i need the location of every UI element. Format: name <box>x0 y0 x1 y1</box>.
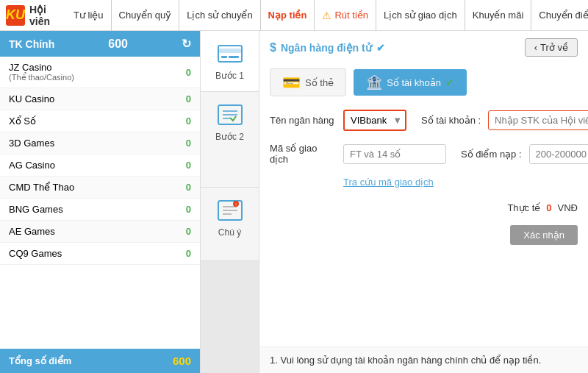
bank-building-icon: 🏦 <box>366 74 382 90</box>
account-number-label: Số tài khoản : <box>421 115 481 126</box>
svg-rect-3 <box>229 56 239 58</box>
tab-so-tai-khoan[interactable]: 🏦 Số tài khoản ✔ <box>354 69 467 96</box>
refresh-icon[interactable]: ↻ <box>182 37 191 51</box>
sidebar-row-label: AG Casino <box>9 160 55 171</box>
points-input[interactable] <box>529 144 588 164</box>
lookup-link[interactable]: Tra cứu mã giao dịch <box>343 177 434 188</box>
svg-rect-0 <box>218 46 242 62</box>
thuc-te-value: 0 <box>546 202 551 213</box>
sidebar-row-value: 0 <box>186 67 191 78</box>
main-layout: TK Chính 600 ↻ JZ Casino (Thể thao/Casin… <box>0 31 588 373</box>
sidebar-row-label: 3D Games <box>9 138 54 149</box>
bank-label-text: Ngân hàng điện tử <box>281 42 372 54</box>
header: KU Hội viên Tư liệu Chuyển quỹ Lịch sử c… <box>0 0 588 31</box>
card-icon: 💳 <box>282 74 301 91</box>
sidebar-row-sublabel: (Thể thao/Casino) <box>9 73 74 82</box>
tab-so-tai-khoan-label: Số tài khoản <box>387 77 441 88</box>
chevron-left-icon: ‹ <box>534 42 537 53</box>
logo-icon: KU <box>6 5 25 26</box>
top-bar: $ Ngân hàng điện tử ✔ ‹ Trở về <box>270 38 578 57</box>
nav-item-tu-lieu[interactable]: Tư liệu <box>66 0 112 31</box>
sidebar-row-ag: AG Casino 0 <box>0 154 200 177</box>
bank-name-row: Tên ngân hàng VIBbank ▼ Số tài khoản : <box>270 110 578 131</box>
sidebar-row-3d: 3D Games 0 <box>0 132 200 154</box>
sidebar-row-value: 0 <box>186 93 191 104</box>
account-number-input[interactable] <box>488 110 588 130</box>
svg-rect-1 <box>218 49 242 53</box>
tab-so-the-label: Số thẻ <box>305 77 334 88</box>
sidebar-row-value: 0 <box>186 116 191 127</box>
logo-text: Hội viên <box>29 4 57 27</box>
bank-select-wrap: VIBbank ▼ <box>343 110 406 131</box>
sidebar-row-label: KU Casino <box>9 93 54 104</box>
note-section: 1. Vui lòng sử dụng tài khoản ngân hàng … <box>259 347 588 373</box>
step3-icon: ! <box>215 198 245 223</box>
transaction-input[interactable] <box>343 144 446 164</box>
nav-item-chuyen-quy[interactable]: Chuyển quỹ <box>112 0 180 31</box>
check-icon: ✔ <box>376 42 385 54</box>
back-btn-label: Trở về <box>540 42 568 53</box>
nav-item-lich-su-giao-dich[interactable]: Lịch sử giao dịch <box>376 0 465 31</box>
sidebar-row-value: 0 <box>186 204 191 215</box>
thuc-te-row: Thực tế 0 VNĐ <box>270 202 578 213</box>
note-text: 1. Vui lòng sử dụng tài khoản ngân hàng … <box>270 355 541 366</box>
sidebar-row-label: CMD Thể Thao <box>9 182 74 193</box>
thuc-te-label: Thực tế <box>507 202 540 213</box>
step-3: ! Chú ý <box>201 188 259 261</box>
nav-item-lich-su-chuyen[interactable]: Lịch sử chuyển <box>179 0 260 31</box>
sidebar-row-label: JZ Casino <box>9 62 74 73</box>
content-area: Bước 1 Bước 2 <box>201 31 588 373</box>
step-1: Bước 1 <box>201 31 259 92</box>
dollar-icon: $ <box>270 41 276 54</box>
sidebar-footer-label: Tổng số điểm <box>9 355 71 366</box>
tab-row: 💳 Số thẻ 🏦 Số tài khoản ✔ <box>270 68 578 96</box>
transaction-row: Mã số giao dịch Số điểm nạp : <box>270 143 578 165</box>
step2-label: Bước 2 <box>215 132 244 142</box>
sidebar-header: TK Chính 600 ↻ <box>0 31 200 57</box>
sidebar-row-value: 0 <box>186 182 191 193</box>
warning-icon: ⚠ <box>322 10 331 21</box>
sidebar-footer: Tổng số điểm 600 <box>0 349 200 373</box>
bank-label: $ Ngân hàng điện tử ✔ <box>270 41 385 54</box>
nav-item-nap-tien[interactable]: Nạp tiền <box>261 0 315 31</box>
sidebar-row-label: CQ9 Games <box>9 248 62 259</box>
sidebar-row-ku: KU Casino 0 <box>0 88 200 110</box>
svg-rect-2 <box>221 56 227 58</box>
lookup-row: Tra cứu mã giao dịch <box>343 177 578 188</box>
step2-icon <box>215 102 245 127</box>
sidebar-row-value: 0 <box>186 138 191 149</box>
confirm-button[interactable]: Xác nhận <box>510 225 578 245</box>
logo-area: KU Hội viên <box>6 4 57 27</box>
sidebar: TK Chính 600 ↻ JZ Casino (Thể thao/Casin… <box>0 31 201 373</box>
bank-name-label: Tên ngân hàng <box>270 115 336 126</box>
form-area: $ Ngân hàng điện tử ✔ ‹ Trở về 💳 Số thẻ <box>259 31 588 347</box>
confirm-row: Xác nhận <box>270 225 578 245</box>
sidebar-row-xoso: Xổ Số 0 <box>0 110 200 132</box>
steps-column: Bước 1 Bước 2 <box>201 31 259 373</box>
tab-so-the[interactable]: 💳 Số thẻ <box>270 68 346 96</box>
sidebar-row-ae: AE Games 0 <box>0 221 200 243</box>
step-2: Bước 2 <box>201 92 259 188</box>
sidebar-row-label: Xổ Số <box>9 116 36 127</box>
step1-icon <box>215 41 245 66</box>
sidebar-row-bng: BNG Games 0 <box>0 199 200 221</box>
active-check-icon: ✔ <box>445 77 454 88</box>
sidebar-row-value: 0 <box>186 226 191 237</box>
sidebar-row-label: AE Games <box>9 226 55 237</box>
sidebar-row-value: 0 <box>186 248 191 259</box>
vnd-label: VNĐ <box>558 202 578 213</box>
nav-item-rut-tien[interactable]: ⚠ Rút tiền <box>315 0 376 31</box>
sidebar-row-jz: JZ Casino (Thể thao/Casino) 0 <box>0 57 200 88</box>
step1-label: Bước 1 <box>215 71 244 81</box>
nav-menu: Tư liệu Chuyển quỹ Lịch sử chuyển Nạp ti… <box>66 0 588 31</box>
bank-select[interactable]: VIBbank <box>343 110 406 131</box>
points-label: Số điểm nạp : <box>461 149 522 160</box>
nav-item-chuyen-diem[interactable]: Chuyển điểm <box>531 0 588 31</box>
sidebar-row-cq9: CQ9 Games 0 <box>0 243 200 265</box>
transaction-label: Mã số giao dịch <box>270 143 336 165</box>
sidebar-footer-value: 600 <box>173 355 191 367</box>
back-button[interactable]: ‹ Trở về <box>525 38 578 57</box>
sidebar-header-label: TK Chính <box>9 38 54 50</box>
sidebar-row-value: 0 <box>186 160 191 171</box>
nav-item-khuyen-mai[interactable]: Khuyến mãi <box>465 0 531 31</box>
